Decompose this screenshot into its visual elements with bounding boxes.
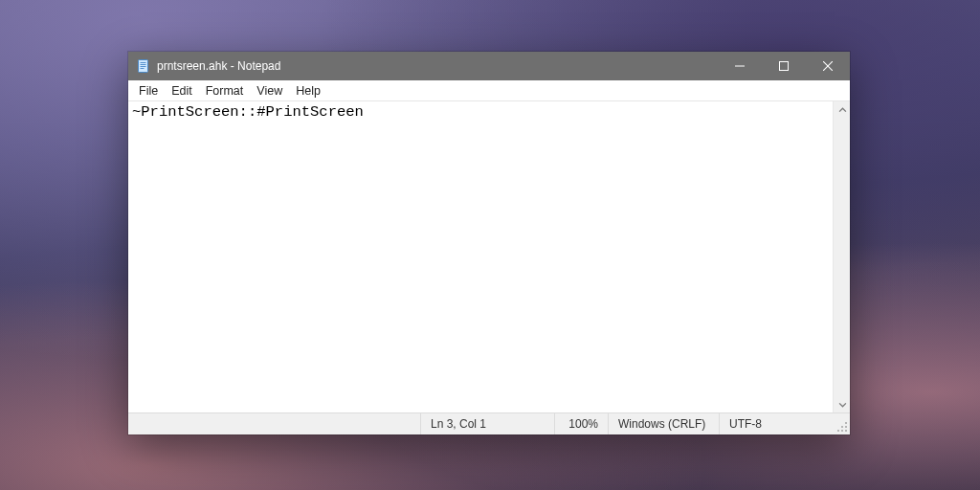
scroll-down-button[interactable]	[834, 395, 851, 412]
resize-grip[interactable]	[833, 413, 850, 434]
svg-point-9	[845, 422, 847, 424]
svg-rect-6	[780, 62, 789, 71]
scroll-up-button[interactable]	[834, 101, 851, 119]
maximize-button[interactable]	[762, 52, 806, 80]
status-encoding: UTF-8	[720, 413, 833, 434]
window-title: prntsreen.ahk - Notepad	[157, 59, 718, 73]
menubar: File Edit Format View Help	[128, 80, 850, 101]
menu-file[interactable]: File	[132, 82, 165, 100]
minimize-icon	[735, 61, 745, 71]
titlebar[interactable]: prntsreen.ahk - Notepad	[128, 52, 850, 80]
maximize-icon	[779, 61, 789, 71]
chevron-up-icon	[838, 106, 847, 115]
svg-point-11	[845, 426, 847, 428]
desktop-background: prntsreen.ahk - Notepad	[0, 0, 980, 490]
notepad-window: prntsreen.ahk - Notepad	[128, 52, 850, 434]
menu-help[interactable]: Help	[289, 82, 327, 100]
resize-grip-icon	[836, 421, 848, 433]
close-button[interactable]	[806, 52, 850, 80]
content-area: ~PrintScreen::#PrintScreen	[128, 101, 850, 412]
svg-point-13	[841, 430, 843, 432]
svg-point-10	[841, 426, 843, 428]
window-controls	[718, 52, 850, 80]
status-spacer	[128, 413, 421, 434]
status-zoom: 100%	[555, 413, 609, 434]
vertical-scrollbar[interactable]	[833, 101, 850, 412]
close-icon	[823, 61, 833, 71]
svg-rect-0	[139, 60, 148, 73]
menu-view[interactable]: View	[250, 82, 289, 100]
status-cursor-position: Ln 3, Col 1	[421, 413, 555, 434]
statusbar: Ln 3, Col 1 100% Windows (CRLF) UTF-8	[128, 412, 850, 434]
menu-edit[interactable]: Edit	[165, 82, 199, 100]
minimize-button[interactable]	[718, 52, 762, 80]
text-editor[interactable]: ~PrintScreen::#PrintScreen	[128, 101, 833, 412]
app-icon	[136, 58, 151, 74]
svg-point-14	[845, 430, 847, 432]
chevron-down-icon	[838, 400, 847, 409]
menu-format[interactable]: Format	[199, 82, 251, 100]
status-line-ending: Windows (CRLF)	[609, 413, 720, 434]
svg-point-12	[837, 430, 839, 432]
